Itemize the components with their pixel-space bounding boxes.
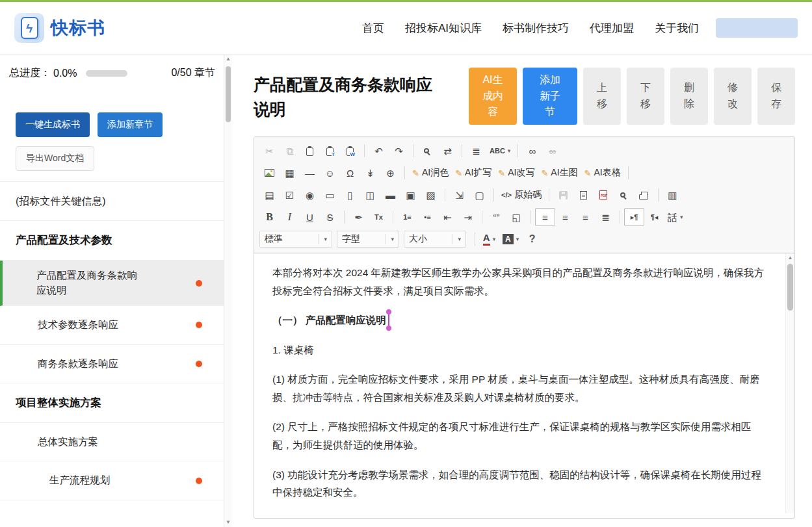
textarea-button[interactable]: ▯ <box>340 186 360 204</box>
nav-item-3[interactable]: 标书制作技巧 <box>503 21 569 36</box>
text-color-button[interactable]: A ▾ <box>479 230 499 248</box>
save-document-button[interactable] <box>553 186 573 204</box>
underline-button[interactable]: U <box>300 208 320 226</box>
tree-item-1[interactable]: (招标文件关键信息) <box>0 182 232 221</box>
editor-scrollbar[interactable]: ▲ <box>785 253 794 513</box>
button-field-button[interactable]: ▬ <box>380 186 400 204</box>
ai-generate-image-button[interactable]: ✎AI生图 <box>538 164 581 182</box>
modify-button[interactable]: 修改 <box>714 68 752 125</box>
nav-item-4[interactable]: 代理加盟 <box>590 21 634 36</box>
smiley-button[interactable]: ☺ <box>320 164 340 182</box>
table-button[interactable]: ▦ <box>280 164 300 182</box>
save-button[interactable]: 保存 <box>757 68 795 125</box>
image-button[interactable] <box>259 164 280 182</box>
image-button-button[interactable]: ▣ <box>400 186 421 204</box>
logo[interactable]: ϟ 快标书 <box>14 13 105 43</box>
horizontal-line-button[interactable]: ― <box>300 164 320 182</box>
font-select[interactable]: 字型 ▾ <box>337 231 399 248</box>
language-button[interactable]: 話▾ <box>664 208 687 226</box>
add-chapter-button[interactable]: 添加新章节 <box>98 112 163 137</box>
maximize-button[interactable]: ⇲ <box>449 186 469 204</box>
print-preview-button[interactable] <box>614 186 634 204</box>
text-direction-rtl-button[interactable]: ¶◂ <box>644 208 664 226</box>
tree-item-6[interactable]: 项目整体实施方案 <box>0 383 232 423</box>
tree-item-8[interactable]: 生产流程规划 <box>0 461 232 500</box>
strikethrough-button[interactable]: S <box>320 208 340 226</box>
bold-button[interactable]: B <box>259 208 280 226</box>
editor-content[interactable]: 本部分将对本次 2024 年新建教学区师生教学办公家具采购项目的产品配置及商务条… <box>254 253 794 513</box>
paragraph-format-select[interactable]: 標準 ▾ <box>259 231 332 248</box>
templates-button[interactable]: ▥ <box>662 186 683 204</box>
align-justify-button[interactable]: ≣ <box>596 208 616 226</box>
scroll-up-icon[interactable]: ▲ <box>786 253 794 263</box>
align-center-button[interactable]: ≡ <box>555 208 575 226</box>
ai-rewrite-button[interactable]: ✎AI改写 <box>495 164 538 182</box>
radio-button-button[interactable]: ◉ <box>300 186 320 204</box>
hidden-field-button[interactable]: ▨ <box>421 186 441 204</box>
source-button[interactable]: </>原始碼 <box>498 186 545 204</box>
blockquote-button[interactable]: “” <box>486 208 506 226</box>
move-up-button[interactable]: 上移 <box>583 68 621 125</box>
decrease-indent-button[interactable]: ⇤ <box>438 208 458 226</box>
add-subsection-button[interactable]: 添加新子节 <box>523 68 577 125</box>
form-button[interactable]: ▤ <box>259 186 280 204</box>
div-container-button[interactable]: ◱ <box>506 208 527 226</box>
user-info-blurred[interactable] <box>716 18 798 38</box>
export-pdf-button[interactable] <box>594 186 614 204</box>
tree-item-7[interactable]: 总体实施方案 <box>0 423 232 461</box>
redo-button[interactable]: ↷ <box>389 142 409 160</box>
select-all-button[interactable]: ≣ <box>466 142 486 160</box>
cut-button[interactable]: ✂ <box>259 142 280 160</box>
align-left-button[interactable]: ≡ <box>535 208 555 226</box>
paste-button[interactable] <box>300 142 320 160</box>
remove-format-button[interactable]: Tx <box>369 208 389 226</box>
special-character-button[interactable]: Ω <box>340 164 360 182</box>
generate-bid-button[interactable]: 一键生成标书 <box>16 112 90 137</box>
copy-formatting-button[interactable]: ✒ <box>348 208 369 226</box>
scroll-down-icon[interactable]: ▼ <box>224 518 232 527</box>
numbered-list-button[interactable]: 1≡ <box>397 208 417 226</box>
sidebar-scrollbar-thumb[interactable] <box>226 66 231 122</box>
find-button[interactable] <box>417 142 438 160</box>
print-button[interactable] <box>634 186 654 204</box>
export-word-button[interactable]: 导出Word文档 <box>16 146 94 171</box>
undo-button[interactable]: ↶ <box>369 142 389 160</box>
paste-from-word-button[interactable]: W <box>340 142 360 160</box>
tree-item-5[interactable]: 商务条款逐条响应 <box>0 345 232 383</box>
nav-item-1[interactable]: 首页 <box>362 21 384 36</box>
selection-field-button[interactable]: ◫ <box>360 186 380 204</box>
about-button[interactable]: ? <box>522 230 542 248</box>
text-direction-ltr-button[interactable]: ▸¶ <box>624 208 644 226</box>
increase-indent-button[interactable]: ⇥ <box>458 208 478 226</box>
ai-expand-button[interactable]: ✎AI扩写 <box>452 164 495 182</box>
tree-item-2[interactable]: 产品配置及技术参数 <box>0 221 232 261</box>
tree-item-3[interactable]: 产品配置及商务条款响应说明 <box>0 261 232 306</box>
new-page-button[interactable] <box>573 186 594 204</box>
align-right-button[interactable]: ≡ <box>575 208 596 226</box>
nav-item-2[interactable]: 招投标AI知识库 <box>405 21 482 36</box>
iframe-button[interactable]: ⊕ <box>380 164 400 182</box>
copy-button[interactable]: ⧉ <box>280 142 300 160</box>
link-button[interactable]: ∞ <box>522 142 542 160</box>
ai-generate-content-button[interactable]: AI生成内容 <box>469 68 517 125</box>
sidebar-scrollbar[interactable]: ▲ ▼ <box>224 55 232 527</box>
nav-item-5[interactable]: 关于我们 <box>655 21 699 36</box>
spell-check-button[interactable]: ABC▾ <box>486 142 514 160</box>
bulleted-list-button[interactable]: •≡ <box>417 208 438 226</box>
ai-polish-button[interactable]: ✎AI润色 <box>409 164 452 182</box>
text-field-button[interactable]: ▭ <box>320 186 340 204</box>
ai-table-button[interactable]: ✎AI表格 <box>581 164 624 182</box>
show-blocks-button[interactable]: ▢ <box>469 186 490 204</box>
checkbox-button[interactable]: ☑ <box>280 186 300 204</box>
page-break-button[interactable]: ↡ <box>360 164 380 182</box>
unlink-button[interactable]: ∞ <box>542 142 562 160</box>
background-color-button[interactable]: A ▾ <box>499 230 522 248</box>
paste-as-plain-text-button[interactable]: T <box>320 142 340 160</box>
move-down-button[interactable]: 下移 <box>627 68 664 125</box>
italic-button[interactable]: I <box>280 208 300 226</box>
scroll-up-icon[interactable]: ▲ <box>224 55 232 64</box>
tree-item-4[interactable]: 技术参数逐条响应 <box>0 306 232 344</box>
delete-button[interactable]: 删除 <box>670 68 708 125</box>
replace-button[interactable]: ⇄ <box>438 142 458 160</box>
size-select[interactable]: 大小 ▾ <box>404 231 466 248</box>
